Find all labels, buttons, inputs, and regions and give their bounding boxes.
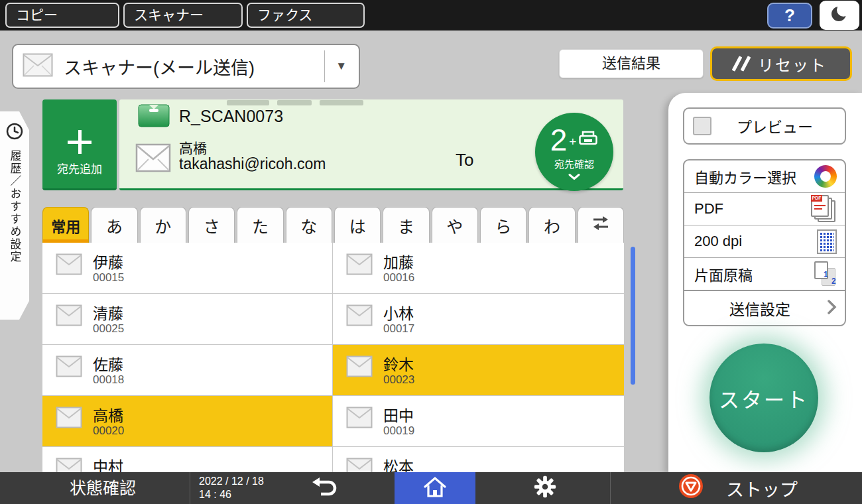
settings-button[interactable]	[530, 475, 560, 501]
sleep-mode-button[interactable]	[820, 1, 859, 30]
pdf-file-icon: PDF	[810, 195, 837, 223]
back-button[interactable]	[306, 477, 343, 499]
contact-cell-kiyofuji[interactable]: 清藤 00025	[42, 294, 333, 345]
email-destination-name[interactable]: 高橋	[179, 137, 207, 157]
chevron-down-icon	[568, 170, 580, 182]
contact-cell-sato[interactable]: 佐藤 00018	[42, 345, 333, 396]
index-tab-sa[interactable]: さ	[188, 207, 235, 243]
index-tab-na[interactable]: な	[286, 207, 332, 243]
contact-cell-suzuki[interactable]: 鈴木 00023	[333, 345, 624, 396]
preview-checkbox[interactable]	[693, 117, 711, 135]
contact-cell-kato[interactable]: 加藤 00016	[333, 243, 624, 294]
index-tab-ha[interactable]: は	[334, 207, 381, 243]
start-button[interactable]: スタート	[709, 344, 818, 452]
printer-icon	[578, 130, 598, 150]
plus-icon: +	[569, 135, 576, 149]
contact-cell-ito[interactable]: 伊藤 00015	[42, 243, 333, 294]
envelope-icon	[56, 253, 82, 278]
folder-icon	[138, 101, 170, 131]
contact-cell-takahashi[interactable]: 高橋 00020	[42, 396, 333, 447]
contact-cell-nakamura[interactable]: 中村	[42, 447, 333, 472]
send-settings-button[interactable]: 送信設定	[684, 290, 845, 325]
index-tab-frequent[interactable]: 常用	[42, 207, 89, 243]
contact-code: 00016	[383, 271, 414, 284]
index-tab-a[interactable]: あ	[91, 207, 137, 243]
tab-scanner[interactable]: スキャナー	[123, 3, 243, 28]
destination-confirm-button[interactable]: 2 + 宛先確認	[535, 113, 613, 191]
contact-name: 伊藤	[93, 250, 123, 273]
history-recommended-tab[interactable]: 履歴／おすすめ設定	[0, 111, 29, 320]
add-destination-button[interactable]: 宛先追加	[42, 99, 117, 190]
clipped-entry-remnant	[227, 100, 269, 105]
index-tab-ya[interactable]: や	[432, 207, 478, 243]
contact-name: 中村	[93, 454, 123, 472]
contact-name: 田中	[383, 403, 414, 426]
bottom-system-bar: 状態確認 2022 / 12 / 18 14 : 46 ストップ	[0, 472, 862, 504]
setting-color-mode[interactable]: 自動カラー選択	[684, 160, 845, 193]
datetime-display: 2022 / 12 / 18 14 : 46	[199, 475, 264, 501]
home-button[interactable]	[395, 472, 475, 504]
scanner-touch-screen: コピー スキャナー ファクス ? スキャナー(メール送信) ▼ 送信結果 リセッ…	[0, 0, 862, 504]
reset-button[interactable]: リセット	[710, 46, 852, 81]
setting-resolution[interactable]: 200 dpi	[684, 225, 845, 258]
clipped-entry-remnant	[320, 100, 363, 105]
to-label: To	[456, 150, 473, 170]
contact-name: 加藤	[383, 250, 414, 273]
address-index-bar: 常用 あ か さ た な は ま や ら わ	[42, 207, 624, 243]
contact-name: 松本	[383, 454, 414, 472]
back-arrow-icon	[310, 476, 339, 500]
preview-toggle-button[interactable]: プレビュー	[683, 107, 846, 145]
envelope-icon	[346, 253, 373, 278]
envelope-icon	[346, 304, 373, 329]
contact-code: 00020	[93, 424, 124, 438]
index-tab-ma[interactable]: ま	[383, 207, 429, 243]
tab-copy[interactable]: コピー	[5, 3, 119, 28]
reset-slashes-icon	[735, 56, 747, 72]
index-tab-ra[interactable]: ら	[480, 207, 526, 243]
date-label: 2022 / 12 / 18	[199, 475, 264, 488]
index-switch-view-button[interactable]	[578, 207, 624, 243]
chevron-right-icon	[828, 300, 837, 317]
history-tab-label: 履歴／おすすめ設定	[7, 150, 23, 263]
envelope-icon	[346, 458, 373, 472]
destination-list-panel[interactable]: R_SCAN0073 高橋 takahashi@ricoh.com To 2 +…	[119, 99, 623, 190]
contact-cell-matsumoto[interactable]: 松本	[333, 447, 624, 472]
contact-cell-kobayashi[interactable]: 小林 00017	[333, 294, 624, 345]
folder-destination-name[interactable]: R_SCAN0073	[179, 107, 283, 126]
contact-code: 00025	[93, 322, 124, 336]
contact-name: 鈴木	[383, 352, 414, 375]
stop-button[interactable]: ストップ	[666, 472, 859, 504]
clock-icon	[5, 122, 24, 143]
contact-cell-tanaka[interactable]: 田中 00019	[333, 396, 624, 447]
preview-label: プレビュー	[711, 115, 838, 137]
moon-icon	[830, 4, 849, 27]
index-tab-ta[interactable]: た	[237, 207, 283, 243]
index-tab-wa[interactable]: わ	[528, 207, 575, 243]
envelope-icon	[56, 355, 82, 380]
resolution-icon	[817, 229, 837, 254]
chevron-down-icon: ▼	[336, 60, 347, 73]
stop-label: ストップ	[726, 475, 798, 501]
auto-color-icon	[810, 161, 840, 191]
tab-fax[interactable]: ファクス	[247, 3, 365, 28]
destination-confirm-label: 宛先確認	[554, 157, 594, 170]
help-button[interactable]: ?	[767, 3, 812, 29]
envelope-icon	[56, 407, 82, 431]
contact-code: 00023	[383, 373, 414, 387]
reset-label: リセット	[758, 52, 827, 76]
list-scrollbar[interactable]	[631, 247, 635, 385]
send-settings-label: 送信設定	[692, 297, 828, 320]
index-tab-ka[interactable]: か	[140, 207, 186, 243]
email-destination-address[interactable]: takahashi@ricoh.com	[179, 155, 326, 173]
contact-list: 伊藤 00015 加藤 00016 清藤 00025 小林 00017 佐藤 0…	[42, 243, 624, 472]
envelope-icon	[23, 53, 53, 80]
scan-settings-list: 自動カラー選択 PDF PDF 200 dpi 片面原稿 1 2	[683, 159, 846, 326]
setting-original-side[interactable]: 片面原稿 1 2	[684, 258, 845, 290]
top-app-bar: コピー スキャナー ファクス ?	[0, 0, 862, 31]
envelope-icon	[346, 355, 373, 380]
scan-mode-dropdown[interactable]: スキャナー(メール送信) ▼	[12, 44, 360, 89]
time-label: 14 : 46	[199, 488, 264, 501]
send-result-button[interactable]: 送信結果	[559, 49, 704, 78]
setting-file-format[interactable]: PDF PDF	[684, 193, 845, 225]
status-check-button[interactable]: 状態確認	[36, 472, 169, 504]
